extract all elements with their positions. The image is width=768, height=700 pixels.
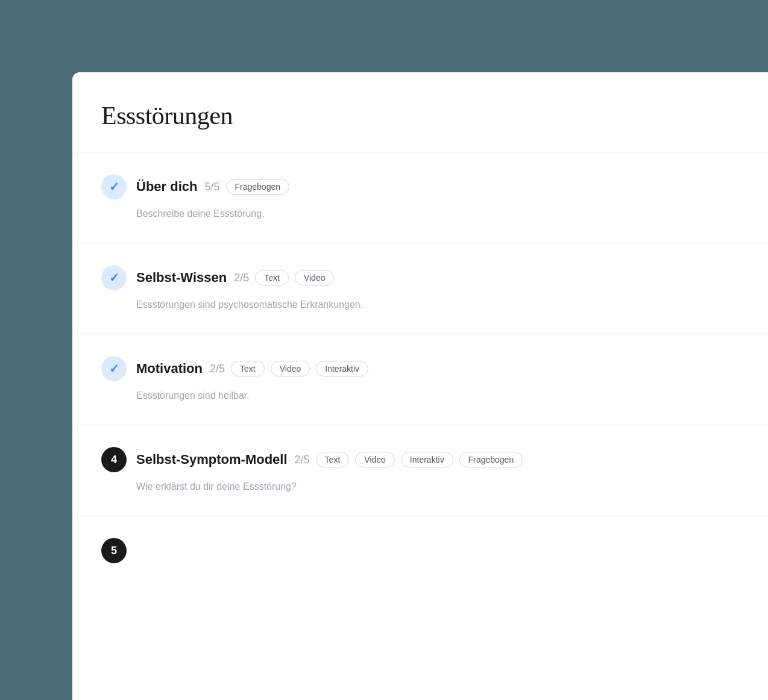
module-progress: 2/5 [210,363,225,375]
app-container: Essstörungen ✓ Über dich 5/5 Fragebogen … [72,72,768,700]
list-item[interactable]: 5 [72,516,768,563]
module-title: Selbst-Wissen [136,270,227,286]
module-title-group: Motivation 2/5 Text Video Interaktiv [136,361,368,377]
page-title: Essstörungen [101,101,739,130]
module-description: Wie erklärst du dir deine Essstörung? [136,480,739,494]
module-description: Beschreibe deine Essstörung. [136,207,739,221]
check-icon: ✓ [109,270,119,285]
module-status-icon: ✓ [101,174,127,199]
module-tag: Interaktiv [316,361,368,377]
module-tag: Interaktiv [401,452,453,467]
module-tag: Text [255,270,289,286]
list-item[interactable]: ✓ Motivation 2/5 Text Video Interaktiv E… [72,334,768,425]
module-description: Essstörungen sind psychosomatische Erkra… [136,298,739,312]
module-header: ✓ Motivation 2/5 Text Video Interaktiv [101,356,739,381]
module-list: ✓ Über dich 5/5 Fragebogen Beschreibe de… [72,152,768,563]
module-tag: Video [355,452,395,467]
module-title: Über dich [136,179,197,195]
module-tag: Fragebogen [226,179,290,195]
module-description: Essstörungen sind heilbar. [136,389,739,403]
module-header: 4 Selbst-Symptom-Modell 2/5 Text Video I… [101,447,739,472]
check-icon: ✓ [109,361,119,376]
module-tag: Video [295,270,335,286]
module-title: Motivation [136,361,203,377]
module-tag: Fragebogen [459,452,523,467]
check-icon: ✓ [109,180,119,194]
page-header: Essstörungen [72,72,768,152]
module-tag: Text [316,452,350,467]
module-title-group: Über dich 5/5 Fragebogen [136,179,289,195]
module-progress: 2/5 [234,272,249,284]
module-status-icon: ✓ [101,356,127,381]
module-status-icon: 5 [101,538,127,563]
module-header: ✓ Über dich 5/5 Fragebogen [101,174,739,199]
module-progress: 5/5 [204,181,219,193]
module-title-group: Selbst-Symptom-Modell 2/5 Text Video Int… [136,452,523,467]
module-title-group: Selbst-Wissen 2/5 Text Video [136,270,334,286]
list-item[interactable]: ✓ Selbst-Wissen 2/5 Text Video Essstörun… [72,243,768,334]
module-progress: 2/5 [295,454,310,466]
module-title: Selbst-Symptom-Modell [136,452,288,467]
module-number: 4 [111,454,117,466]
list-item[interactable]: ✓ Über dich 5/5 Fragebogen Beschreibe de… [72,152,768,243]
module-status-icon: ✓ [101,265,127,290]
module-tag: Text [231,361,265,377]
module-tag: Video [271,361,310,377]
list-item[interactable]: 4 Selbst-Symptom-Modell 2/5 Text Video I… [72,425,768,516]
module-header: ✓ Selbst-Wissen 2/5 Text Video [101,265,739,290]
module-status-icon: 4 [101,447,127,472]
module-number: 5 [111,545,117,557]
module-header: 5 [101,538,739,563]
